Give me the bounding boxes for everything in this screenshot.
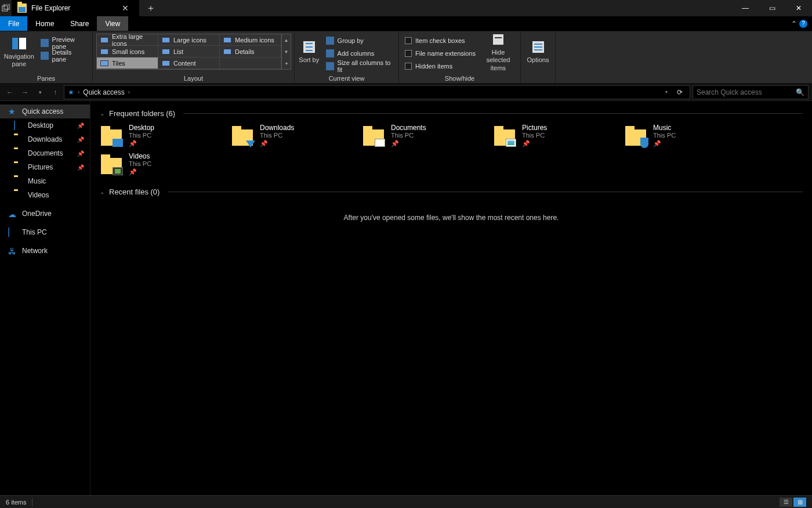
chevron-down-icon[interactable]: ⌄ [100, 189, 104, 195]
multitask-icon[interactable] [0, 0, 12, 16]
layout-option-medium-icons[interactable]: Medium icons [220, 34, 281, 46]
sidebar-item-label: Videos [28, 191, 49, 199]
hide-selected-button[interactable]: Hide selected items [481, 34, 515, 71]
folder-icon [14, 177, 23, 185]
ribbon: Navigation pane Preview pane Details pan… [0, 31, 812, 84]
sidebar-item-quick-access[interactable]: ★Quick access [0, 105, 90, 118]
gallery-expand[interactable]: ▾ [282, 57, 291, 69]
folder-tile-music[interactable]: MusicThis PC📌 [624, 124, 746, 147]
layout-option-extra-large-icons[interactable]: Extra large icons [97, 34, 158, 46]
sidebar-item-videos[interactable]: Videos [0, 188, 90, 202]
add-columns-button[interactable]: Add columns [324, 48, 395, 59]
tiles-view-button[interactable]: ▦ [793, 498, 806, 507]
pin-icon: 📌 [260, 140, 294, 147]
chevron-down-icon[interactable]: ⌄ [100, 110, 104, 117]
sidebar-item-pictures[interactable]: Pictures📌 [0, 160, 90, 174]
tab-view[interactable]: View [97, 16, 128, 31]
refresh-button[interactable]: ⟳ [673, 88, 686, 96]
group-label-layout: Layout [96, 74, 291, 82]
back-button[interactable]: ← [3, 86, 16, 99]
breadcrumb[interactable]: Quick access [83, 88, 124, 96]
navigation-pane-icon [12, 37, 26, 51]
folder-icon [14, 163, 23, 171]
pin-icon: 📌 [391, 140, 426, 147]
sidebar-item-this-pc[interactable]: This PC [0, 225, 90, 239]
frequent-folders-header[interactable]: ⌄ Frequent folders (6) [100, 109, 803, 118]
gallery-scroll-up[interactable]: ▲ [282, 34, 291, 46]
recent-files-header[interactable]: ⌄ Recent files (0) [100, 188, 803, 196]
tile-name: Pictures [522, 124, 547, 132]
svg-rect-6 [495, 37, 502, 38]
tab-file[interactable]: File [0, 16, 27, 31]
desktop-badge-icon [113, 139, 123, 147]
sidebar-item-desktop[interactable]: Desktop📌 [0, 118, 90, 132]
size-columns-icon [326, 62, 334, 70]
search-box[interactable]: 🔍 [693, 85, 809, 99]
maximize-button[interactable]: ▭ [759, 0, 785, 16]
pin-icon: 📌 [653, 140, 676, 147]
layout-option-tiles[interactable]: Tiles [97, 57, 158, 69]
folder-tile-downloads[interactable]: DownloadsThis PC📌 [231, 124, 353, 147]
sort-by-button[interactable]: Sort by [298, 34, 320, 71]
minimize-button[interactable]: — [732, 0, 759, 16]
recent-locations-button[interactable]: ▾ [34, 86, 46, 99]
breadcrumb-separator: › [78, 89, 79, 95]
sidebar-item-downloads[interactable]: Downloads📌 [0, 132, 90, 146]
file-extensions-toggle[interactable]: File name extensions [403, 48, 478, 59]
folder-tile-desktop[interactable]: DesktopThis PC📌 [100, 124, 222, 147]
navigation-bar: ← → ▾ ↑ ★ › Quick access › ▾ ⟳ 🔍 [0, 84, 812, 101]
breadcrumb-separator[interactable]: › [128, 89, 130, 95]
item-count: 6 items [6, 499, 26, 506]
folder-tile-videos[interactable]: VideosThis PC📌 [100, 152, 222, 176]
sidebar-item-network[interactable]: 🖧Network [0, 244, 90, 258]
search-input[interactable] [697, 88, 796, 96]
layout-icon [100, 60, 108, 66]
options-button[interactable]: Options [524, 34, 552, 71]
preview-pane-button[interactable]: Preview pane [38, 37, 89, 49]
new-tab-button[interactable]: ＋ [139, 0, 162, 16]
address-dropdown[interactable]: ▾ [663, 89, 670, 95]
tab-share[interactable]: Share [62, 16, 97, 31]
address-bar[interactable]: ★ › Quick access › ▾ ⟳ [64, 85, 690, 99]
details-pane-button[interactable]: Details pane [38, 50, 89, 62]
layout-option-details[interactable]: Details [220, 46, 281, 57]
layout-option-list[interactable]: List [158, 46, 220, 57]
tab-close-button[interactable]: ✕ [117, 3, 133, 13]
layout-option-small-icons[interactable]: Small icons [97, 46, 158, 57]
help-button[interactable]: ? [799, 20, 807, 28]
forward-button[interactable]: → [19, 86, 31, 99]
content-area[interactable]: ⌄ Frequent folders (6) DesktopThis PC📌Do… [90, 101, 812, 495]
folder-tile-documents[interactable]: DocumentsThis PC📌 [362, 124, 484, 147]
status-bar: 6 items ☰ ▦ [0, 495, 812, 508]
gallery-scroll-down[interactable]: ▼ [282, 46, 291, 57]
pic-badge-icon [506, 139, 516, 147]
up-button[interactable]: ↑ [49, 86, 61, 99]
window-tab[interactable]: File Explorer ✕ [12, 0, 139, 16]
collapse-ribbon-button[interactable]: ⌃ [791, 20, 797, 28]
layout-gallery[interactable]: Extra large iconsLarge iconsMedium icons… [96, 34, 291, 70]
details-view-button[interactable]: ☰ [780, 498, 792, 507]
add-columns-icon [326, 49, 334, 57]
folder-tile-pictures[interactable]: PicturesThis PC📌 [493, 124, 615, 147]
gallery-scroll[interactable]: ▲ ▼ ▾ [282, 34, 291, 70]
navigation-pane-button[interactable]: Navigation pane [3, 34, 35, 71]
group-by-button[interactable]: Group by [324, 35, 395, 46]
hidden-items-toggle[interactable]: Hidden items [403, 60, 478, 72]
layout-option-large-icons[interactable]: Large icons [158, 34, 220, 46]
size-columns-button[interactable]: Size all columns to fit [324, 60, 395, 72]
tile-location: This PC [129, 132, 154, 139]
star-icon: ★ [8, 107, 17, 116]
pin-icon: 📌 [129, 168, 151, 176]
pin-icon: 📌 [77, 164, 84, 171]
layout-option-content[interactable]: Content [158, 57, 220, 69]
item-checkboxes-toggle[interactable]: Item check boxes [403, 35, 478, 46]
sidebar-item-music[interactable]: Music [0, 174, 90, 188]
close-button[interactable]: ✕ [785, 0, 812, 16]
sidebar-item-documents[interactable]: Documents📌 [0, 146, 90, 160]
sidebar-item-onedrive[interactable]: ☁OneDrive [0, 207, 90, 221]
checkbox-icon [405, 63, 412, 70]
dl-badge-icon [246, 140, 255, 147]
tab-home[interactable]: Home [27, 16, 62, 31]
folder-icon [100, 124, 123, 147]
navigation-tree[interactable]: ★Quick accessDesktop📌Downloads📌Documents… [0, 101, 90, 495]
